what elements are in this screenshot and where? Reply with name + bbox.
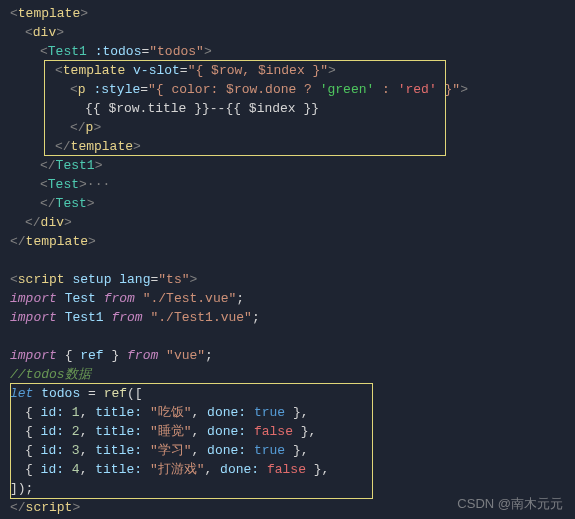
code-line: { id: 4, title: "打游戏", done: false },	[10, 460, 575, 479]
code-line: <div>	[10, 23, 575, 42]
blank-line	[10, 327, 575, 346]
code-line: <p :style="{ color: $row.done ? 'green' …	[10, 80, 575, 99]
code-line: <Test>···	[10, 175, 575, 194]
code-line: </p>	[10, 118, 575, 137]
code-line: let todos = ref([	[10, 384, 575, 403]
code-line: { id: 3, title: "学习", done: true },	[10, 441, 575, 460]
code-line: </Test1>	[10, 156, 575, 175]
code-line: import Test1 from "./Test1.vue";	[10, 308, 575, 327]
blank-line	[10, 251, 575, 270]
code-line: import Test from "./Test.vue";	[10, 289, 575, 308]
code-line: {{ $row.title }}--{{ $index }}	[10, 99, 575, 118]
code-line: import { ref } from "vue";	[10, 346, 575, 365]
code-line: <template>	[10, 4, 575, 23]
code-editor[interactable]: <template> <div> <Test1 :todos="todos"> …	[0, 0, 575, 519]
code-line: </template>	[10, 137, 575, 156]
code-line: { id: 2, title: "睡觉", done: false },	[10, 422, 575, 441]
code-line: <Test1 :todos="todos">	[10, 42, 575, 61]
code-line: </div>	[10, 213, 575, 232]
code-line: <script setup lang="ts">	[10, 270, 575, 289]
code-line: </Test>	[10, 194, 575, 213]
code-line: { id: 1, title: "吃饭", done: true },	[10, 403, 575, 422]
watermark: CSDN @南木元元	[457, 494, 563, 513]
code-line: </template>	[10, 232, 575, 251]
code-line: //todos数据	[10, 365, 575, 384]
code-line: <template v-slot="{ $row, $index }">	[10, 61, 575, 80]
